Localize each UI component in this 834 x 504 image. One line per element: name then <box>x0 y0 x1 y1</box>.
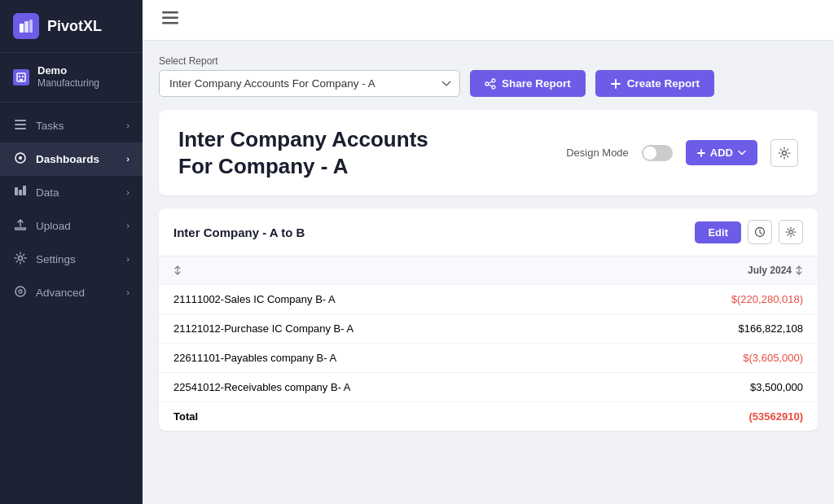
data-icon <box>13 185 28 200</box>
svg-point-15 <box>19 256 23 260</box>
create-report-label: Create Report <box>627 77 700 90</box>
svg-point-24 <box>783 151 787 155</box>
dashboards-label: Dashboards <box>36 153 99 165</box>
svg-rect-19 <box>162 17 178 20</box>
report-title: Inter Company Accounts For Company - A <box>178 126 428 179</box>
table-card-actions: Edit <box>695 220 803 244</box>
row-label-1: 21121012-Purchase IC Company B- A <box>159 314 604 344</box>
sidebar-item-upload[interactable]: Upload › <box>0 209 143 243</box>
widget-table-card: Inter Company - A to B Edit <box>159 208 818 431</box>
widget-title: Inter Company - A to B <box>173 226 305 239</box>
svg-point-26 <box>789 230 792 234</box>
sidebar-item-dashboards[interactable]: Dashboards › <box>0 142 143 176</box>
settings-gear-button[interactable] <box>770 139 798 167</box>
company-icon <box>13 69 29 85</box>
upload-chevron: › <box>126 221 129 230</box>
share-report-button[interactable]: Share Report <box>470 70 586 97</box>
settings-chevron: › <box>126 254 129 264</box>
svg-point-23 <box>492 85 495 89</box>
svg-rect-9 <box>15 128 26 129</box>
row-value-2: $(3,605,000) <box>604 344 818 373</box>
clock-button[interactable] <box>748 220 772 244</box>
svg-rect-6 <box>20 79 23 81</box>
advanced-chevron: › <box>126 287 129 297</box>
row-value-3: $3,500,000 <box>604 373 818 402</box>
row-label-3: 22541012-Receivables company B- A <box>159 373 604 402</box>
design-mode-label: Design Mode <box>566 147 629 159</box>
widget-gear-button[interactable] <box>779 220 803 244</box>
report-select-wrapper: Select Report Inter Company Accounts For… <box>159 55 460 97</box>
svg-rect-8 <box>15 124 26 125</box>
svg-point-21 <box>492 79 495 82</box>
dashboards-icon <box>13 151 28 167</box>
data-table: July 2024 21111002-Sales IC Company B- A… <box>159 256 818 431</box>
select-report-label: Select Report <box>159 55 460 67</box>
report-controls: Design Mode ADD <box>566 139 798 167</box>
hamburger-icon[interactable] <box>159 8 182 32</box>
add-button[interactable]: ADD <box>686 140 757 165</box>
edit-button[interactable]: Edit <box>695 221 741 243</box>
report-header-card: Inter Company Accounts For Company - A D… <box>159 110 818 195</box>
design-mode-toggle[interactable] <box>642 145 673 161</box>
table-row: 21121012-Purchase IC Company B- A $166,8… <box>159 314 818 344</box>
create-report-button[interactable]: Create Report <box>595 70 714 97</box>
col-label-header <box>159 256 604 285</box>
table-row: 22611101-Payables company B- A $(3,605,0… <box>159 344 818 373</box>
svg-point-11 <box>19 156 22 160</box>
table-body: 21111002-Sales IC Company B- A $(220,280… <box>159 285 818 432</box>
svg-rect-2 <box>29 20 33 33</box>
upload-label: Upload <box>36 220 71 232</box>
svg-rect-14 <box>23 186 26 195</box>
main-content: Select Report Inter Company Accounts For… <box>143 0 834 504</box>
app-logo-icon <box>13 13 39 39</box>
svg-rect-12 <box>15 187 18 195</box>
topbar <box>143 0 834 41</box>
data-label: Data <box>36 186 59 199</box>
company-section[interactable]: Demo Manufacturing <box>0 53 143 103</box>
share-report-label: Share Report <box>502 77 571 90</box>
svg-point-17 <box>19 290 22 293</box>
settings-label: Settings <box>36 253 76 265</box>
advanced-icon <box>13 285 28 300</box>
svg-point-22 <box>485 82 489 85</box>
row-value-1: $166,822,108 <box>604 314 818 344</box>
sidebar-nav: Tasks › Dashboards › Data › <box>0 103 143 504</box>
svg-rect-20 <box>162 22 178 24</box>
total-value: (53562910) <box>604 402 818 432</box>
col-date-header[interactable]: July 2024 <box>604 256 818 285</box>
tasks-icon <box>13 118 28 134</box>
table-row-total: Total (53562910) <box>159 402 818 432</box>
sidebar-item-data[interactable]: Data › <box>0 176 143 209</box>
svg-rect-7 <box>15 120 26 121</box>
svg-rect-0 <box>20 24 24 33</box>
table-row: 21111002-Sales IC Company B- A $(220,280… <box>159 285 818 314</box>
upload-icon <box>13 218 28 234</box>
sidebar-item-settings[interactable]: Settings › <box>0 243 143 276</box>
sidebar-item-advanced[interactable]: Advanced › <box>0 276 143 309</box>
row-value-0: $(220,280,018) <box>604 285 818 314</box>
sidebar-logo: PivotXL <box>0 0 143 53</box>
sidebar-item-tasks[interactable]: Tasks › <box>0 109 143 142</box>
svg-point-16 <box>15 287 25 296</box>
table-header-row: July 2024 <box>159 256 818 285</box>
app-name: PivotXL <box>47 18 102 35</box>
col-july-2024: July 2024 <box>748 265 792 276</box>
report-select[interactable]: Inter Company Accounts For Company - A <box>159 70 460 97</box>
settings-icon <box>13 252 28 267</box>
advanced-label: Advanced <box>36 287 85 299</box>
tasks-chevron: › <box>126 121 129 130</box>
tasks-label: Tasks <box>36 120 64 132</box>
row-label-2: 22611101-Payables company B- A <box>159 344 604 373</box>
row-label-0: 21111002-Sales IC Company B- A <box>159 285 604 314</box>
company-name: Demo <box>37 64 99 77</box>
svg-rect-18 <box>162 11 178 14</box>
company-sub: Manufacturing <box>37 77 99 90</box>
content-area: Select Report Inter Company Accounts For… <box>143 41 834 504</box>
svg-rect-1 <box>24 21 29 33</box>
data-chevron: › <box>126 187 129 197</box>
sidebar: PivotXL Demo Manufacturing Tas <box>0 0 143 504</box>
svg-rect-13 <box>19 190 22 195</box>
dashboards-chevron: › <box>126 154 129 164</box>
report-selector-row: Select Report Inter Company Accounts For… <box>159 55 818 97</box>
total-label: Total <box>159 402 604 432</box>
